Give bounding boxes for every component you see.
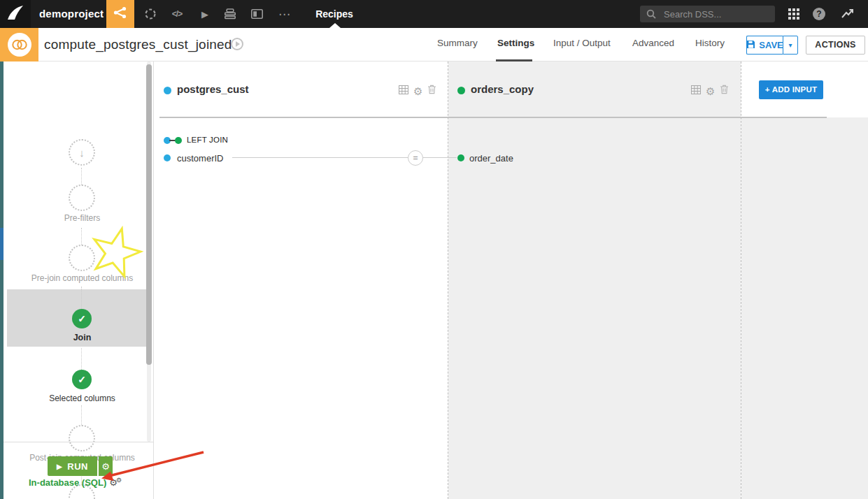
join-condition-line: [423, 157, 457, 158]
left-dataset-dot: [164, 87, 171, 94]
table-icon[interactable]: [399, 85, 408, 97]
steps-sidebar: ↓ Pre-filters Pre-join computed columns …: [3, 62, 154, 499]
right-join-column[interactable]: order_date: [469, 153, 513, 164]
gear-icon[interactable]: ⚙: [706, 86, 715, 96]
section-indicator-caret: [329, 23, 341, 28]
panel-dashed-divider: [741, 62, 741, 499]
step-connector: [81, 348, 82, 370]
recipe-header: compute_postgres_cust_joined Summary Set…: [0, 28, 868, 62]
gear-icon[interactable]: ⚙: [413, 86, 422, 96]
run-label: RUN: [67, 461, 88, 472]
dataiku-logo[interactable]: [0, 0, 31, 28]
right-dataset-name: orders_copy: [471, 83, 534, 95]
right-dataset-dot: [457, 87, 465, 94]
more-icon[interactable]: ⋯: [274, 0, 295, 28]
input-step-circle[interactable]: ↓: [69, 139, 95, 166]
help-icon[interactable]: ?: [813, 8, 825, 20]
engine-label: In-database (SQL): [29, 477, 106, 488]
panel-dashed-divider: [448, 62, 448, 499]
flow-icon: [113, 6, 127, 22]
prefilters-step-circle[interactable]: [69, 185, 95, 211]
step-label-selected-columns[interactable]: Selected columns: [13, 393, 152, 403]
join-recipe-icon: [0, 28, 38, 62]
save-label: SAVE: [759, 40, 783, 50]
tab-input-output[interactable]: Input / Output: [553, 38, 611, 52]
left-dataset-name: postgres_cust: [177, 83, 249, 95]
play-icon[interactable]: ▶: [194, 0, 215, 28]
prejoin-step-circle[interactable]: [69, 245, 95, 271]
top-navbar: demoproject </> ▶ ⋯ Recipes ?: [0, 0, 868, 28]
step-label-prefilters[interactable]: Pre-filters: [13, 213, 152, 223]
search-box: [640, 6, 775, 22]
go-to-flow-icon[interactable]: [231, 38, 243, 50]
left-join-column[interactable]: customerID: [177, 153, 223, 164]
step-connector: [81, 405, 82, 425]
step-connector: [81, 287, 82, 309]
selected-step-indicator: [0, 228, 3, 260]
jobs-icon[interactable]: [220, 0, 241, 28]
check-icon: ✓: [78, 374, 86, 385]
right-dataset-mini-dot: [175, 137, 182, 144]
dataset-header-separator: [159, 117, 827, 118]
run-button[interactable]: ▶ RUN: [48, 456, 97, 476]
right-dataset-actions: ⚙: [691, 85, 729, 97]
save-dropdown-button[interactable]: ▾: [783, 36, 798, 55]
page-title: compute_postgres_cust_joined: [44, 28, 232, 62]
search-icon: [646, 9, 657, 20]
left-column-dot: [164, 154, 171, 161]
search-input[interactable]: [662, 8, 770, 20]
steps-list: ↓ Pre-filters Pre-join computed columns …: [7, 123, 157, 499]
join-condition-line: [232, 157, 408, 158]
join-operator[interactable]: =: [408, 150, 423, 166]
add-input-panel-bg: [741, 62, 868, 499]
tab-advanced[interactable]: Advanced: [632, 38, 674, 52]
right-column-dot: [457, 154, 464, 161]
lab-icon[interactable]: [140, 0, 161, 28]
project-name[interactable]: demoproject: [39, 0, 104, 28]
run-settings-button[interactable]: ⚙: [99, 456, 113, 476]
trash-icon[interactable]: [720, 85, 729, 97]
apps-grid-icon[interactable]: [788, 8, 800, 20]
sidebar-footer-divider: [3, 442, 154, 442]
step-label-prejoin[interactable]: Pre-join computed columns: [13, 273, 152, 283]
check-icon: ✓: [78, 313, 86, 324]
notebook-icon[interactable]: [246, 0, 267, 28]
sidebar-scrollbar[interactable]: [146, 64, 152, 365]
left-dataset-actions: ⚙: [399, 85, 436, 97]
selected-columns-check-circle[interactable]: ✓: [72, 370, 92, 389]
add-input-button[interactable]: + ADD INPUT: [759, 80, 823, 99]
step-connector: [81, 228, 82, 245]
flow-tab-active[interactable]: [106, 0, 134, 28]
play-icon: ▶: [57, 463, 62, 470]
table-icon[interactable]: [691, 85, 701, 97]
step-label-join[interactable]: Join: [13, 333, 152, 342]
tab-settings[interactable]: Settings: [497, 38, 534, 52]
dss-join-recipe-settings-page: demoproject </> ▶ ⋯ Recipes ?: [0, 0, 868, 499]
postjoin-step-circle[interactable]: [69, 425, 95, 451]
join-step-check-circle[interactable]: ✓: [72, 309, 92, 328]
save-button[interactable]: SAVE: [746, 36, 783, 55]
trash-icon[interactable]: [427, 85, 436, 97]
engine-settings-icon[interactable]: ⚙⚙: [109, 477, 122, 488]
code-icon[interactable]: </>: [166, 0, 187, 28]
actions-button[interactable]: ACTIONS: [806, 36, 865, 55]
tab-history[interactable]: History: [695, 38, 725, 52]
trend-icon[interactable]: [841, 8, 855, 22]
bird-icon: [6, 4, 24, 24]
down-arrow-icon: ↓: [79, 147, 85, 159]
join-type-label[interactable]: LEFT JOIN: [187, 136, 228, 144]
right-dataset-panel-bg: [448, 62, 741, 499]
step-connector: [81, 168, 82, 185]
execution-engine[interactable]: In-database (SQL)⚙⚙: [10, 477, 140, 488]
tab-summary[interactable]: Summary: [437, 38, 478, 52]
save-icon: [746, 40, 755, 51]
